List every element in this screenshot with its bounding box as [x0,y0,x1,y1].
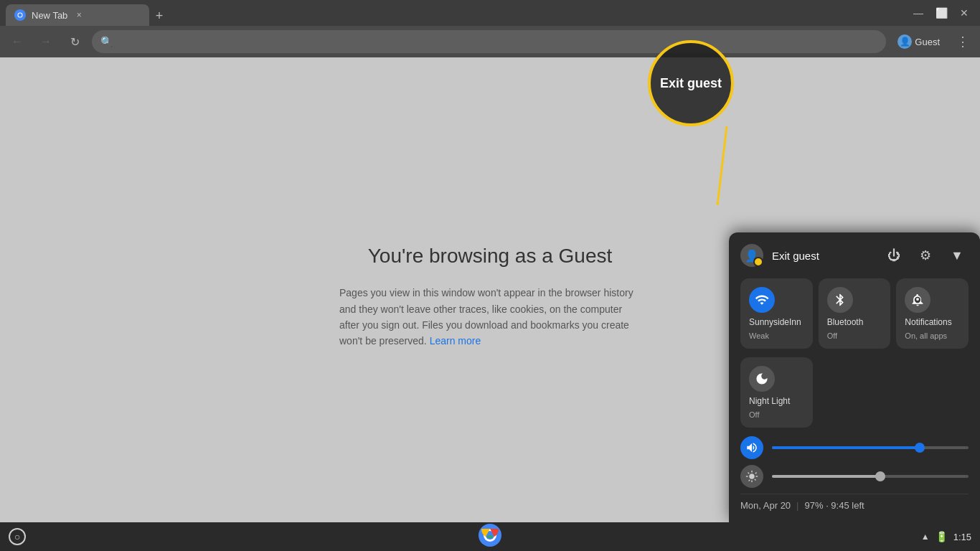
profile-area[interactable]: 👤 Guest [892,32,946,52]
bluetooth-sublabel: Off [827,331,837,340]
active-tab[interactable]: New Tab × [6,4,149,26]
wifi-icon [749,287,775,313]
search-icon: 🔍 [100,36,113,47]
brightness-icon [740,465,763,488]
bluetooth-icon [827,287,853,313]
footer-date: Mon, Apr 20 [740,500,791,511]
tray-header: 👤 Exit guest ⏻ ⚙ ▼ [740,244,969,267]
tray-avatar: 👤 [740,244,763,267]
back-button[interactable]: ← [6,30,29,53]
brightness-slider-thumb[interactable] [875,471,885,481]
night-light-icon [749,366,775,392]
minimize-button[interactable]: — [908,3,928,23]
profile-icon: 👤 [897,34,912,49]
page-title: You're browsing as a Guest [368,245,613,268]
tab-title: New Tab [32,10,67,21]
chrome-favicon-icon [14,9,26,21]
brightness-slider-row [740,465,969,488]
more-options-button[interactable]: ⋮ [951,30,974,53]
window-controls: — ⬜ ✕ [908,3,974,23]
volume-icon [740,436,763,459]
night-light-sublabel: Off [749,410,759,419]
volume-slider-fill [772,446,920,449]
profile-label: Guest [915,37,940,47]
power-button[interactable]: ⏻ [882,244,905,267]
brightness-slider-fill [772,475,880,478]
expand-button[interactable]: ▼ [946,244,969,267]
notifications-sublabel: On, all apps [905,331,947,340]
launcher-button[interactable]: ○ [9,528,26,545]
wifi-label: SunnysideInn [749,317,801,327]
launcher-icon: ○ [14,531,20,542]
quick-settings-row2: Night Light Off [740,357,969,428]
chrome-taskbar-icon[interactable] [479,524,501,547]
battery-icon: 🔋 [936,531,948,542]
tray-footer: Mon, Apr 20 | 97% · 9:45 left [740,494,969,511]
night-light-label: Night Light [749,396,790,406]
bluetooth-label: Bluetooth [827,317,864,327]
notifications-label: Notifications [905,317,951,327]
browser-titlebar: New Tab × + — ⬜ ✕ [0,0,980,26]
tray-expand-icon[interactable]: ▲ [921,532,930,542]
volume-slider-thumb[interactable] [915,443,925,453]
refresh-button[interactable]: ↻ [63,30,86,53]
exit-guest-button[interactable]: Exit guest [772,250,874,262]
annotation-circle: Exit guest [648,40,734,126]
volume-slider-row [740,436,969,459]
wifi-sublabel: Weak [749,331,769,340]
bluetooth-tile[interactable]: Bluetooth Off [819,278,891,349]
avatar-icon: 👤 [745,249,759,263]
browser-toolbar: ← → ↻ 🔍 👤 Guest ⋮ [0,26,980,57]
footer-battery: 97% · 9:45 left [805,500,864,511]
svg-rect-5 [917,298,919,301]
maximize-button[interactable]: ⬜ [931,3,951,23]
system-tray-popup: 👤 Exit guest ⏻ ⚙ ▼ SunnysideInn Weak Bl [729,232,980,522]
quick-settings-grid: SunnysideInn Weak Bluetooth Off Notifi [740,278,969,349]
footer-divider: | [796,500,798,511]
annotation-label: Exit guest [660,76,722,91]
taskbar-time: 1:15 [953,532,971,542]
brightness-slider-track[interactable] [772,475,969,478]
forward-button[interactable]: → [34,30,57,53]
notifications-tile[interactable]: Notifications On, all apps [896,278,969,349]
taskbar-center [479,524,501,550]
address-input[interactable] [118,36,877,47]
new-tab-button[interactable]: + [149,6,169,26]
tab-close-button[interactable]: × [73,9,85,21]
taskbar-right: ▲ 🔋 1:15 [921,531,971,542]
night-light-tile[interactable]: Night Light Off [740,357,813,428]
learn-more-link[interactable]: Learn more [430,335,481,347]
taskbar: ○ ▲ 🔋 1:15 [0,522,980,551]
tab-bar: New Tab × + [6,0,905,26]
svg-point-2 [19,14,22,17]
notifications-icon [905,287,930,313]
wifi-tile[interactable]: SunnysideInn Weak [740,278,813,349]
settings-button[interactable]: ⚙ [914,244,937,267]
volume-slider-track[interactable] [772,446,969,449]
page-description: Pages you view in this window won't appe… [339,285,641,349]
close-button[interactable]: ✕ [954,3,974,23]
taskbar-left: ○ [9,528,26,545]
address-bar[interactable]: 🔍 [92,30,886,53]
